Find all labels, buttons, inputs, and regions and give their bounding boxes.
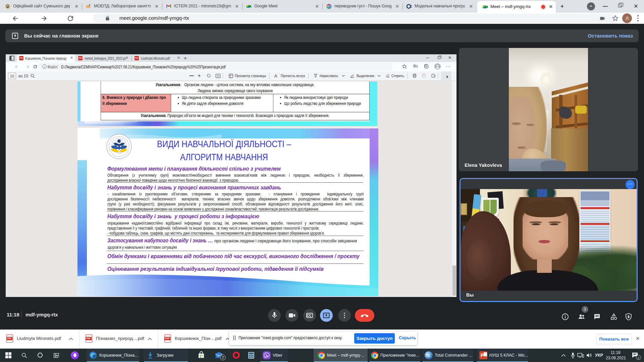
svg-text:m: m — [86, 4, 90, 9]
